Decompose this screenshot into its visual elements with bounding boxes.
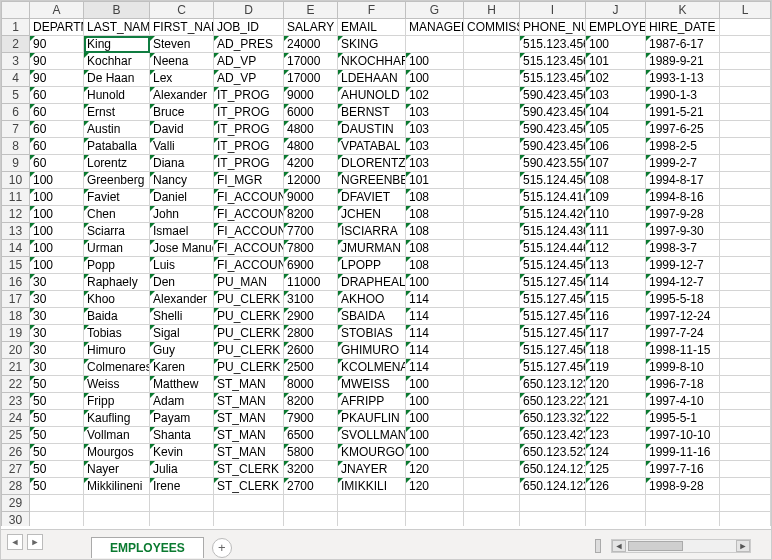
cell-L23[interactable] [720, 393, 771, 410]
cell-H2[interactable] [464, 36, 520, 53]
cell-J20[interactable]: 118 [586, 342, 646, 359]
cell-K7[interactable]: 1997-6-25 [646, 121, 720, 138]
cell-D30[interactable] [214, 512, 284, 527]
cell-K17[interactable]: 1995-5-18 [646, 291, 720, 308]
cell-G10[interactable]: 101 [406, 172, 464, 189]
cell-A28[interactable]: 50 [30, 478, 84, 495]
scroll-split-handle[interactable] [595, 539, 601, 553]
cell-E27[interactable]: 3200 [284, 461, 338, 478]
cell-I14[interactable]: 515.124.4469 [520, 240, 586, 257]
cell-G27[interactable]: 120 [406, 461, 464, 478]
cell-A4[interactable]: 90 [30, 70, 84, 87]
cell-G20[interactable]: 114 [406, 342, 464, 359]
cell-G29[interactable] [406, 495, 464, 512]
cell-G17[interactable]: 114 [406, 291, 464, 308]
cell-B17[interactable]: Khoo [84, 291, 150, 308]
cell-D11[interactable]: FI_ACCOUNT [214, 189, 284, 206]
cell-K15[interactable]: 1999-12-7 [646, 257, 720, 274]
cell-I18[interactable]: 515.127.4563 [520, 308, 586, 325]
row-header[interactable]: 28 [2, 478, 30, 495]
cell-G30[interactable] [406, 512, 464, 527]
hscroll-right-button[interactable]: ► [736, 540, 750, 552]
cell-F21[interactable]: KCOLMENA [338, 359, 406, 376]
cell-G6[interactable]: 103 [406, 104, 464, 121]
cell-J13[interactable]: 111 [586, 223, 646, 240]
cell-G24[interactable]: 100 [406, 410, 464, 427]
cell-B26[interactable]: Mourgos [84, 444, 150, 461]
cell-C30[interactable] [150, 512, 214, 527]
cell-L18[interactable] [720, 308, 771, 325]
cell-E28[interactable]: 2700 [284, 478, 338, 495]
cell-K25[interactable]: 1997-10-10 [646, 427, 720, 444]
cell-J17[interactable]: 115 [586, 291, 646, 308]
cell-A1[interactable]: DEPARTMENT_ID [30, 19, 84, 36]
cell-B19[interactable]: Tobias [84, 325, 150, 342]
cell-C4[interactable]: Lex [150, 70, 214, 87]
cell-H28[interactable] [464, 478, 520, 495]
cell-L9[interactable] [720, 155, 771, 172]
cell-D15[interactable]: FI_ACCOUNT [214, 257, 284, 274]
cell-I12[interactable]: 515.124.4269 [520, 206, 586, 223]
cell-E29[interactable] [284, 495, 338, 512]
cell-J22[interactable]: 120 [586, 376, 646, 393]
cell-H10[interactable] [464, 172, 520, 189]
cell-H19[interactable] [464, 325, 520, 342]
hscroll-thumb[interactable] [628, 541, 683, 551]
cell-G19[interactable]: 114 [406, 325, 464, 342]
cell-G7[interactable]: 103 [406, 121, 464, 138]
cell-G16[interactable]: 100 [406, 274, 464, 291]
cell-K1[interactable]: HIRE_DATE [646, 19, 720, 36]
row-header[interactable]: 10 [2, 172, 30, 189]
cell-E2[interactable]: 24000 [284, 36, 338, 53]
cell-G18[interactable]: 114 [406, 308, 464, 325]
cell-G22[interactable]: 100 [406, 376, 464, 393]
cell-E12[interactable]: 8200 [284, 206, 338, 223]
cell-G13[interactable]: 108 [406, 223, 464, 240]
cell-J23[interactable]: 121 [586, 393, 646, 410]
cell-H15[interactable] [464, 257, 520, 274]
cell-B16[interactable]: Raphaely [84, 274, 150, 291]
cell-J28[interactable]: 126 [586, 478, 646, 495]
cell-I11[interactable]: 515.124.4169 [520, 189, 586, 206]
row-header[interactable]: 17 [2, 291, 30, 308]
cell-L7[interactable] [720, 121, 771, 138]
cell-D22[interactable]: ST_MAN [214, 376, 284, 393]
cell-C6[interactable]: Bruce [150, 104, 214, 121]
cell-K11[interactable]: 1994-8-16 [646, 189, 720, 206]
cell-J19[interactable]: 117 [586, 325, 646, 342]
cell-L8[interactable] [720, 138, 771, 155]
cell-A21[interactable]: 30 [30, 359, 84, 376]
row-header[interactable]: 13 [2, 223, 30, 240]
col-header-C[interactable]: C [150, 2, 214, 19]
cell-C9[interactable]: Diana [150, 155, 214, 172]
cell-D28[interactable]: ST_CLERK [214, 478, 284, 495]
cell-I27[interactable]: 650.124.1214 [520, 461, 586, 478]
cell-C17[interactable]: Alexander [150, 291, 214, 308]
cell-A19[interactable]: 30 [30, 325, 84, 342]
cell-K30[interactable] [646, 512, 720, 527]
cell-A2[interactable]: 90 [30, 36, 84, 53]
cell-D20[interactable]: PU_CLERK [214, 342, 284, 359]
sheet-nav-next[interactable]: ► [27, 534, 43, 550]
cell-B7[interactable]: Austin [84, 121, 150, 138]
cell-E18[interactable]: 2900 [284, 308, 338, 325]
cell-A10[interactable]: 100 [30, 172, 84, 189]
cell-B3[interactable]: Kochhar [84, 53, 150, 70]
cell-E24[interactable]: 7900 [284, 410, 338, 427]
cell-B15[interactable]: Popp [84, 257, 150, 274]
cell-J18[interactable]: 116 [586, 308, 646, 325]
cell-J6[interactable]: 104 [586, 104, 646, 121]
cell-D24[interactable]: ST_MAN [214, 410, 284, 427]
cell-D13[interactable]: FI_ACCOUNT [214, 223, 284, 240]
cell-L16[interactable] [720, 274, 771, 291]
cell-A13[interactable]: 100 [30, 223, 84, 240]
spreadsheet-grid[interactable]: A B C D E F G H I J K L 1DEPARTMENT_IDLA… [1, 1, 771, 526]
cell-F13[interactable]: ISCIARRA [338, 223, 406, 240]
row-header[interactable]: 15 [2, 257, 30, 274]
cell-L22[interactable] [720, 376, 771, 393]
cell-G26[interactable]: 100 [406, 444, 464, 461]
cell-G11[interactable]: 108 [406, 189, 464, 206]
cell-D25[interactable]: ST_MAN [214, 427, 284, 444]
cell-A25[interactable]: 50 [30, 427, 84, 444]
row-header[interactable]: 29 [2, 495, 30, 512]
